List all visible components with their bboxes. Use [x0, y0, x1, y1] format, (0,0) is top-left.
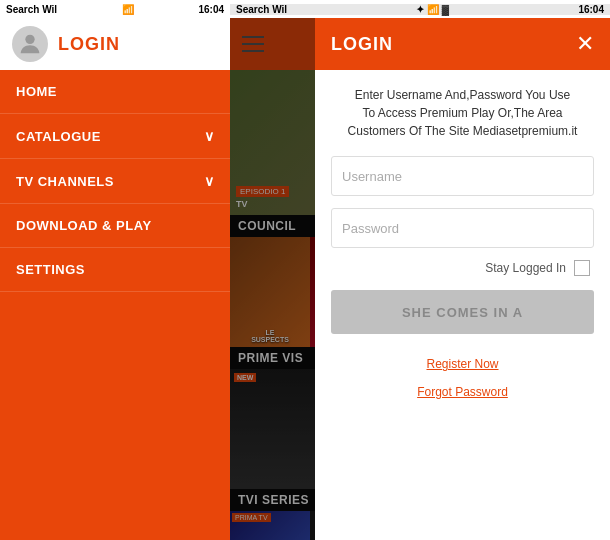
forgot-row: Forgot Password [331, 382, 594, 400]
sidebar: LOGIN HOME CATALOGUE ∨ TV CHANNELS ∨ DOW… [0, 18, 230, 540]
status-time-left: 16:04 [198, 4, 224, 15]
sidebar-login-title[interactable]: LOGIN [58, 34, 120, 55]
status-icons-right: ✦ 📶 ▓ [416, 4, 449, 15]
nav-item-settings[interactable]: SETTINGS [0, 248, 230, 292]
register-link[interactable]: Register Now [426, 357, 498, 371]
modal-body: Enter Username And,Password You Use To A… [315, 70, 610, 540]
close-button[interactable]: ✕ [576, 33, 594, 55]
stay-logged-row: Stay Logged In [331, 260, 594, 276]
status-signal-left: Search Wil [6, 4, 57, 15]
nav-item-home[interactable]: HOME [0, 70, 230, 114]
forgot-password-link[interactable]: Forgot Password [417, 385, 508, 399]
password-field[interactable] [331, 208, 594, 248]
subtitle-line-2: To Access Premium Play Or,The Area [362, 106, 562, 120]
status-bar-right: Search Wil ✦ 📶 ▓ 16:04 [230, 4, 610, 15]
chevron-icon-catalogue: ∨ [204, 128, 215, 144]
submit-button[interactable]: SHE COMES IN A [331, 290, 594, 334]
login-modal: LOGIN ✕ Enter Username And,Password You … [315, 18, 610, 540]
nav-label-tv-channels: TV CHANNELS [16, 174, 114, 189]
modal-subtitle: Enter Username And,Password You Use To A… [331, 86, 594, 140]
username-field[interactable] [331, 156, 594, 196]
bluetooth-icon: ✦ [416, 4, 424, 15]
svg-point-0 [25, 35, 34, 44]
stay-logged-checkbox[interactable] [574, 260, 590, 276]
nav-item-tv-channels[interactable]: TV CHANNELS ∨ [0, 159, 230, 204]
nav-label-settings: SETTINGS [16, 262, 85, 277]
chevron-icon-tv-channels: ∨ [204, 173, 215, 189]
modal-header: LOGIN ✕ [315, 18, 610, 70]
status-signal-right: Search Wil [236, 4, 287, 15]
status-time-right: 16:04 [578, 4, 604, 15]
avatar [12, 26, 48, 62]
nav-item-catalogue[interactable]: CATALOGUE ∨ [0, 114, 230, 159]
register-row: Register Now [331, 354, 594, 372]
nav-label-catalogue: CATALOGUE [16, 129, 101, 144]
modal-title: LOGIN [331, 34, 393, 55]
sidebar-header: LOGIN [0, 18, 230, 70]
status-bar-left: Search Wil 📶 16:04 [0, 4, 230, 15]
nav-label-home: HOME [16, 84, 57, 99]
stay-logged-label: Stay Logged In [485, 261, 566, 275]
status-wifi-left: 📶 [122, 4, 134, 15]
modal-overlay: LOGIN ✕ Enter Username And,Password You … [230, 18, 610, 540]
subtitle-line-1: Enter Username And,Password You Use [355, 88, 570, 102]
subtitle-line-3: Customers Of The Site Mediasetpremium.it [348, 124, 578, 138]
nav-item-download-play[interactable]: DOWNLOAD & PLAY [0, 204, 230, 248]
battery-icon: ▓ [442, 4, 449, 15]
nav-label-download-play: DOWNLOAD & PLAY [16, 218, 152, 233]
content-area: EPISODIO 1 TV COUNCIL LESUSPECTS SUSPECT… [230, 18, 610, 540]
